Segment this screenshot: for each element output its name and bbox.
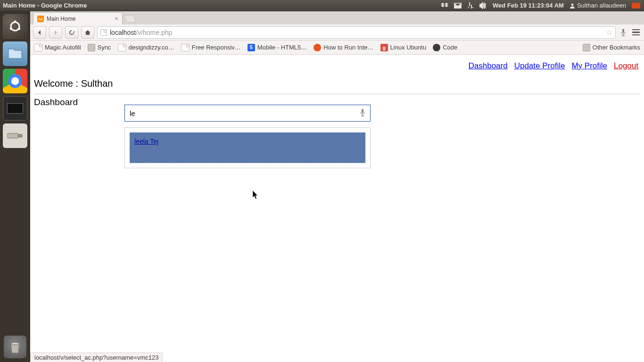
svg-point-8 <box>11 343 19 345</box>
launcher-dash[interactable] <box>3 14 27 39</box>
home-icon <box>84 29 91 36</box>
search-widget: leela Tej <box>124 105 371 168</box>
svg-point-0 <box>571 3 574 6</box>
arrow-left-icon <box>36 29 43 36</box>
tab-strip: ω Main Home × <box>30 11 644 25</box>
system-menubar: Main Home - Google Chrome Wed Feb 19 11:… <box>0 0 644 11</box>
svg-rect-9 <box>622 29 624 33</box>
nav-my-profile[interactable]: My Profile <box>571 61 607 71</box>
app-icon <box>433 44 440 51</box>
svg-rect-10 <box>362 109 363 113</box>
arrow-right-icon <box>52 29 59 36</box>
search-mic-button[interactable] <box>360 108 365 118</box>
bookmark-item[interactable]: How to Run Inte… <box>314 44 373 51</box>
volume-icon[interactable] <box>479 2 487 9</box>
ubuntu-logo-icon <box>8 20 22 33</box>
chrome-window: ω Main Home × localhost/v/home.php ☆ <box>30 11 644 362</box>
launcher-chrome[interactable] <box>3 69 27 93</box>
network-icon[interactable] <box>467 2 474 9</box>
svg-point-5 <box>10 28 12 30</box>
autocomplete-link[interactable]: leela Tej <box>134 138 158 145</box>
back-button[interactable] <box>33 26 46 39</box>
autocomplete-dropdown: leela Tej <box>124 127 371 168</box>
bookmark-item[interactable]: Code <box>433 44 457 51</box>
forward-button[interactable] <box>49 26 62 39</box>
shutdown-icon[interactable] <box>632 3 640 8</box>
welcome-text: Welcome : Sulthan <box>34 76 640 94</box>
page-content: Dashboard Update Profile My Profile Logo… <box>30 55 644 362</box>
address-bar[interactable]: localhost/v/home.php ☆ <box>97 26 616 39</box>
html5-icon: 5 <box>248 44 255 51</box>
bookmark-item[interactable]: Sync <box>88 44 111 51</box>
page-icon <box>34 44 42 51</box>
tab-title: Main Home <box>47 16 75 22</box>
folder-icon <box>583 44 590 51</box>
home-button[interactable] <box>81 26 94 39</box>
tab-close-icon[interactable]: × <box>115 15 118 22</box>
clock[interactable]: Wed Feb 19 11:23:04 AM <box>493 2 564 9</box>
voice-search-button[interactable] <box>619 28 628 37</box>
user-icon <box>570 3 575 8</box>
page-icon <box>181 44 190 51</box>
launcher-usb[interactable] <box>3 123 27 148</box>
svg-point-4 <box>18 28 20 30</box>
svg-point-2 <box>11 22 19 31</box>
new-tab-button[interactable] <box>124 15 136 23</box>
divider <box>34 94 640 94</box>
bookmark-item[interactable]: 5Mobile - HTML5… <box>248 44 307 51</box>
bookmark-item[interactable]: gLinux Ubuntu <box>380 44 427 51</box>
search-input[interactable] <box>130 109 356 117</box>
microphone-icon <box>360 108 365 117</box>
svg-rect-6 <box>7 133 18 138</box>
bookmark-item[interactable]: Free Responsiv… <box>181 44 241 51</box>
user-name: Sulthan allaudeen <box>577 2 626 9</box>
ubuntu-icon <box>314 44 321 51</box>
bookmarks-bar: Magic Autofill Sync designdizzy.co… Free… <box>30 41 644 55</box>
system-indicators: Wed Feb 19 11:23:04 AM Sulthan allaudeen <box>441 2 644 9</box>
page-icon <box>100 29 107 36</box>
browser-tab[interactable]: ω Main Home × <box>33 12 123 25</box>
user-menu[interactable]: Sulthan allaudeen <box>570 2 626 9</box>
nav-logout[interactable]: Logout <box>614 61 638 71</box>
active-window-title: Main Home - Google Chrome <box>3 2 87 9</box>
url-text: localhost/v/home.php <box>110 29 603 36</box>
status-bar: localhost/v/select_ac.php?username=vmc12… <box>30 353 163 362</box>
launcher-trash[interactable] <box>4 336 26 358</box>
bookmark-item[interactable]: Magic Autofill <box>34 44 81 51</box>
launcher-files[interactable] <box>3 41 27 66</box>
gplus-icon: g <box>380 44 388 51</box>
xampp-favicon-icon: ω <box>37 16 44 22</box>
bookmark-star-icon[interactable]: ☆ <box>606 28 612 37</box>
svg-rect-7 <box>18 134 22 137</box>
top-nav: Dashboard Update Profile My Profile Logo… <box>34 58 640 76</box>
bookmark-item[interactable]: designdizzy.co… <box>118 44 174 51</box>
chrome-menu-button[interactable] <box>631 29 641 36</box>
nav-dashboard[interactable]: Dashboard <box>469 61 508 71</box>
cursor-icon <box>253 190 259 200</box>
search-box[interactable] <box>124 105 371 122</box>
svg-rect-1 <box>632 3 640 8</box>
page-icon <box>118 44 126 51</box>
autocomplete-item[interactable]: leela Tej <box>130 132 365 163</box>
svg-point-3 <box>14 20 16 22</box>
dropbox-icon[interactable] <box>441 2 448 9</box>
other-bookmarks[interactable]: Other Bookmarks <box>583 44 640 51</box>
usb-icon <box>7 132 23 140</box>
reload-button[interactable] <box>65 26 78 39</box>
launcher-workspace[interactable] <box>3 96 27 121</box>
microphone-icon <box>620 28 626 37</box>
browser-toolbar: localhost/v/home.php ☆ <box>30 25 644 41</box>
mail-icon[interactable] <box>454 3 462 8</box>
ubuntu-launcher <box>0 11 30 362</box>
reload-icon <box>68 29 75 36</box>
folder-icon <box>88 44 95 51</box>
trash-icon <box>9 340 21 354</box>
folder-icon <box>8 47 23 60</box>
nav-update-profile[interactable]: Update Profile <box>514 61 565 71</box>
